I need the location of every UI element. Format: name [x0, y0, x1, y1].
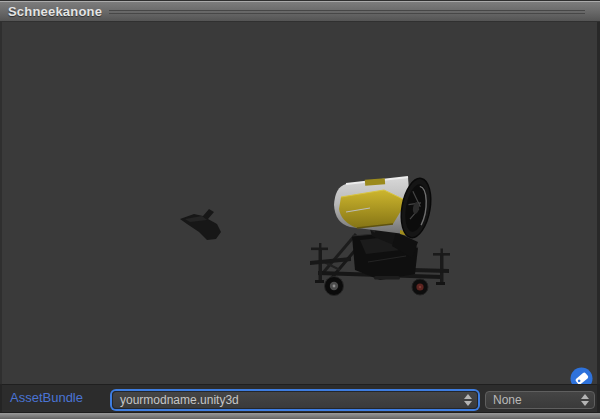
- assetbundle-footer-bar: AssetBundle yourmodname.unity3d None: [0, 384, 600, 412]
- updown-arrows-icon: [461, 394, 475, 406]
- detached-part: [180, 209, 221, 240]
- drag-handle-lines: [109, 8, 585, 16]
- assetbundle-name-dropdown[interactable]: yourmodname.unity3d: [112, 391, 478, 409]
- asset-preview-window: Schneekanone: [0, 0, 600, 419]
- snow-cannon-model: [160, 162, 460, 312]
- preview-3d-viewport[interactable]: [0, 22, 600, 384]
- updown-arrows-icon: [578, 394, 592, 406]
- window-bottom-frame: [0, 412, 600, 419]
- assetbundle-variant-dropdown[interactable]: None: [485, 391, 595, 409]
- assetbundle-label: AssetBundle: [10, 390, 83, 405]
- cannon-barrel: [334, 177, 412, 237]
- preview-titlebar[interactable]: Schneekanone: [0, 0, 600, 22]
- assetbundle-variant-value: None: [486, 392, 578, 408]
- preview-title: Schneekanone: [8, 4, 102, 19]
- assetbundle-name-value: yourmodname.unity3d: [113, 392, 461, 408]
